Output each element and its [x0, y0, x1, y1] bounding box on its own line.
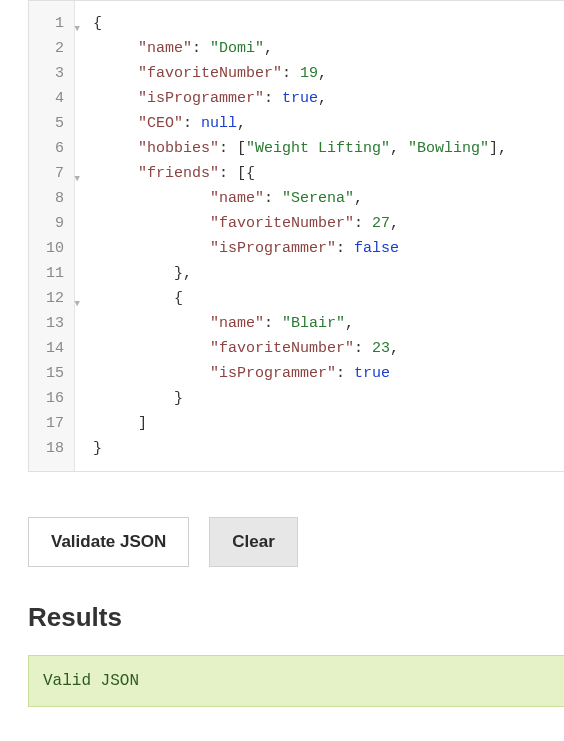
line-number: 17 — [46, 411, 64, 436]
results-heading: Results — [28, 602, 564, 633]
gutter-line: 7▼ — [37, 161, 68, 186]
code-line[interactable]: "favoriteNumber": 27, — [93, 211, 564, 236]
gutter-line: 12▼ — [37, 286, 68, 311]
controls-row: Validate JSON Clear — [28, 517, 564, 567]
gutter-line: 18 — [37, 436, 68, 461]
gutter: 1▼234567▼89101112▼131415161718 — [29, 1, 75, 471]
line-number: 13 — [46, 311, 64, 336]
line-number: 14 — [46, 336, 64, 361]
line-number: 12 — [46, 286, 64, 311]
gutter-line: 11 — [37, 261, 68, 286]
code-line[interactable]: "friends": [{ — [93, 161, 564, 186]
code-line[interactable]: } — [93, 386, 564, 411]
gutter-line: 17 — [37, 411, 68, 436]
line-number: 7 — [46, 161, 64, 186]
gutter-line: 3 — [37, 61, 68, 86]
code-line[interactable]: "name": "Blair", — [93, 311, 564, 336]
line-number: 6 — [46, 136, 64, 161]
gutter-line: 8 — [37, 186, 68, 211]
code-line[interactable]: } — [93, 436, 564, 461]
fold-chevron-icon[interactable]: ▼ — [75, 167, 80, 192]
gutter-line: 14 — [37, 336, 68, 361]
code-line[interactable]: "isProgrammer": true, — [93, 86, 564, 111]
gutter-line: 2 — [37, 36, 68, 61]
line-number: 11 — [46, 261, 64, 286]
code-line[interactable]: "name": "Domi", — [93, 36, 564, 61]
code-line[interactable]: "hobbies": ["Weight Lifting", "Bowling"]… — [93, 136, 564, 161]
line-number: 4 — [46, 86, 64, 111]
line-number: 8 — [46, 186, 64, 211]
line-number: 9 — [46, 211, 64, 236]
line-number: 10 — [46, 236, 64, 261]
clear-button[interactable]: Clear — [209, 517, 298, 567]
line-number: 3 — [46, 61, 64, 86]
fold-chevron-icon[interactable]: ▼ — [75, 292, 80, 317]
code-line[interactable]: { — [93, 286, 564, 311]
line-number: 2 — [46, 36, 64, 61]
line-number: 18 — [46, 436, 64, 461]
fold-chevron-icon[interactable]: ▼ — [75, 17, 80, 42]
gutter-line: 5 — [37, 111, 68, 136]
gutter-line: 13 — [37, 311, 68, 336]
code-line[interactable]: ] — [93, 411, 564, 436]
gutter-line: 16 — [37, 386, 68, 411]
code-line[interactable]: }, — [93, 261, 564, 286]
gutter-line: 10 — [37, 236, 68, 261]
result-banner: Valid JSON — [28, 655, 564, 707]
code-line[interactable]: "isProgrammer": true — [93, 361, 564, 386]
gutter-line: 6 — [37, 136, 68, 161]
line-number: 15 — [46, 361, 64, 386]
code-line[interactable]: "name": "Serena", — [93, 186, 564, 211]
code-line[interactable]: "CEO": null, — [93, 111, 564, 136]
code-area[interactable]: { "name": "Domi", "favoriteNumber": 19, … — [75, 1, 564, 471]
gutter-line: 15 — [37, 361, 68, 386]
code-editor[interactable]: 1▼234567▼89101112▼131415161718 { "name":… — [28, 0, 564, 472]
code-line[interactable]: "favoriteNumber": 23, — [93, 336, 564, 361]
gutter-line: 4 — [37, 86, 68, 111]
code-line[interactable]: { — [93, 11, 564, 36]
code-line[interactable]: "favoriteNumber": 19, — [93, 61, 564, 86]
gutter-line: 1▼ — [37, 11, 68, 36]
line-number: 16 — [46, 386, 64, 411]
line-number: 5 — [46, 111, 64, 136]
validate-json-button[interactable]: Validate JSON — [28, 517, 189, 567]
line-number: 1 — [46, 11, 64, 36]
code-line[interactable]: "isProgrammer": false — [93, 236, 564, 261]
json-validator-panel: 1▼234567▼89101112▼131415161718 { "name":… — [0, 0, 564, 707]
gutter-line: 9 — [37, 211, 68, 236]
